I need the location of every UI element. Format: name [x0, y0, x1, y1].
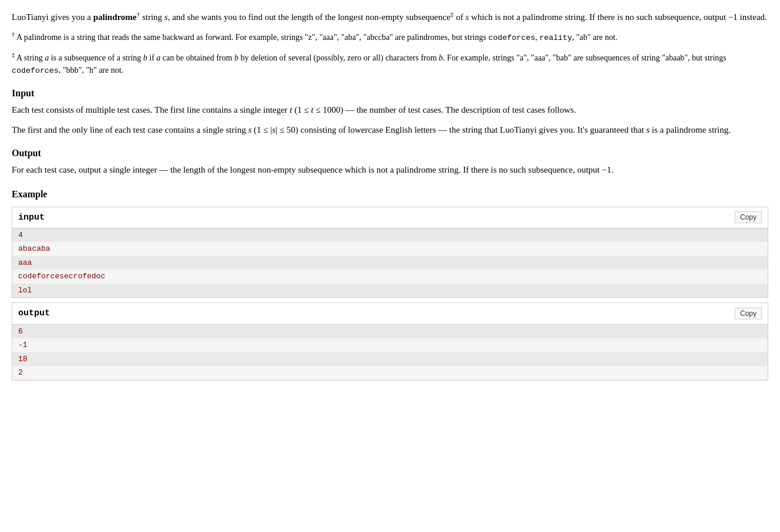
intro-p1: LuoTianyi gives you a palindrome† string…: [12, 9, 768, 24]
example-heading: Example: [12, 187, 768, 202]
input-heading: Input: [12, 86, 768, 101]
sup-dagger1: †: [137, 11, 140, 18]
output-copy-button[interactable]: Copy: [735, 308, 762, 319]
var-s4: s: [646, 125, 650, 134]
var-b2: b: [234, 53, 238, 62]
input-row-4: lol: [12, 284, 768, 298]
input-example-block: input Copy 4 abacaba aaa codeforcesecrof…: [12, 207, 768, 298]
footnote2: ‡ A string a is a subsequence of a strin…: [12, 50, 768, 78]
input-row-1: abacaba: [12, 242, 768, 256]
output-label: output: [18, 307, 50, 320]
problem-content: LuoTianyi gives you a palindrome† string…: [12, 9, 768, 381]
input-row-2: aaa: [12, 256, 768, 270]
footnote2-symbol: ‡: [12, 52, 15, 58]
input-example-header: input Copy: [12, 207, 768, 228]
output-row-3: 2: [12, 366, 768, 380]
output-row-1: -1: [12, 338, 768, 352]
input-p1: Each test consists of multiple test case…: [12, 103, 768, 117]
input-label: input: [18, 211, 45, 224]
code-reality: reality: [539, 33, 572, 42]
output-example-block: output Copy 6 -1 18 2: [12, 302, 768, 380]
input-row-0: 4: [12, 228, 768, 243]
output-row-0: 6: [12, 325, 768, 339]
var-s1: s: [164, 12, 168, 22]
input-p2: The first and the only line of each test…: [12, 123, 768, 137]
var-b1: b: [143, 53, 147, 62]
input-copy-button[interactable]: Copy: [735, 211, 762, 223]
var-a2: a: [156, 53, 160, 62]
footnote1-symbol: †: [12, 31, 15, 38]
output-heading: Output: [12, 146, 768, 161]
var-s3: s: [248, 125, 251, 134]
output-p1: For each test case, output a single inte…: [12, 163, 768, 177]
code-codeforces2: codeforces: [12, 66, 59, 75]
var-a1: a: [45, 53, 49, 62]
sup-dagger2: ‡: [450, 11, 454, 18]
input-row-3: codeforcesecrofedoc: [12, 270, 768, 284]
output-row-2: 18: [12, 352, 768, 366]
code-codeforces1: codeforces: [488, 33, 535, 42]
var-b3: b: [439, 53, 443, 62]
var-s2: s: [465, 12, 469, 22]
output-example-header: output Copy: [12, 303, 768, 324]
footnote1: † A palindrome is a string that reads th…: [12, 30, 768, 44]
bold-palindrome: palindrome: [93, 12, 137, 22]
var-t: t: [290, 105, 292, 115]
